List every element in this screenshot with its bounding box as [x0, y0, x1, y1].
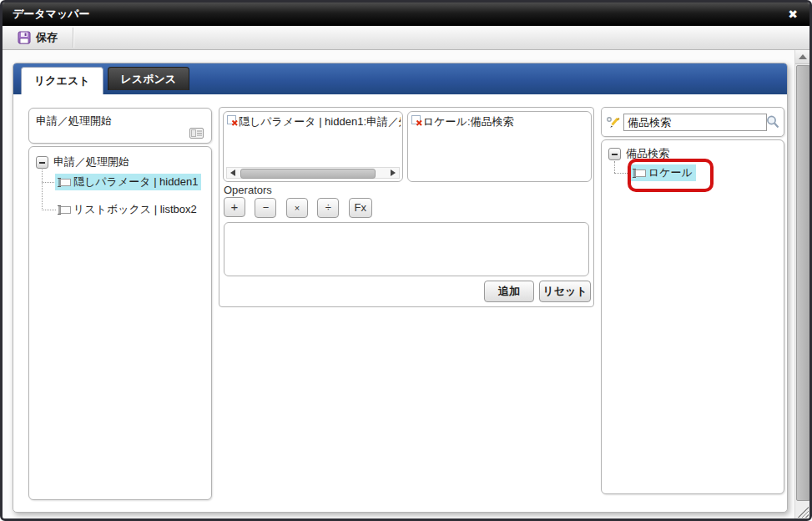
- source-tree-panel: 申請／処理開始 隠しパラメータ | hidden: [28, 146, 212, 500]
- tree-connector: [614, 161, 615, 173]
- source-tree-root[interactable]: 申請／処理開始: [53, 154, 129, 169]
- search-bar-box: [601, 107, 784, 137]
- plus-operator-button[interactable]: +: [224, 197, 245, 217]
- tree-node-locale[interactable]: ロケール: [630, 164, 696, 181]
- tab-response[interactable]: レスポンス: [108, 67, 190, 90]
- source-tree-root-label: 申請／処理開始: [53, 154, 129, 169]
- save-button-label: 保存: [36, 30, 58, 45]
- scroll-up-icon[interactable]: [795, 50, 809, 64]
- horizontal-scrollbar[interactable]: [226, 167, 400, 179]
- floppy-disk-icon: [18, 31, 31, 44]
- multiply-operator-button[interactable]: ×: [286, 198, 308, 218]
- mapping-source-box[interactable]: 隠しパラメータ | hidden1:申請／処理開始: [223, 111, 403, 182]
- mapper-panel: リクエスト レスポンス 申請／処理開始 申請／処理開始: [13, 63, 788, 513]
- tree-node-label: リストボックス | listbox2: [73, 202, 197, 217]
- reset-button[interactable]: リセット: [539, 281, 591, 302]
- scroll-right-icon[interactable]: [387, 168, 399, 178]
- source-form-header-box: 申請／処理開始: [28, 108, 212, 144]
- mapping-source-text: 隠しパラメータ | hidden1:申請／処理開始: [239, 114, 401, 129]
- target-tree-panel: 備品検索 ロケール: [601, 139, 784, 494]
- resize-grip-icon[interactable]: [796, 505, 809, 518]
- add-button[interactable]: 追加: [484, 281, 534, 302]
- vertical-scroll-thumb[interactable]: [796, 65, 810, 501]
- tab-bar: リクエスト レスポンス: [13, 63, 787, 94]
- pencil-edit-icon: [606, 115, 622, 129]
- expression-input[interactable]: [224, 222, 589, 276]
- function-operator-button[interactable]: Fx: [349, 198, 372, 218]
- tree-connector: [42, 210, 56, 210]
- window-title: データマッパー: [13, 7, 90, 22]
- title-bar: データマッパー ✖: [3, 3, 809, 26]
- mapping-container: 隠しパラメータ | hidden1:申請／処理開始: [219, 107, 594, 307]
- search-magnifier-icon[interactable]: [765, 114, 780, 129]
- save-button[interactable]: 保存: [11, 28, 64, 48]
- collapse-minus-icon[interactable]: [36, 156, 48, 169]
- target-tree-root-label: 備品検索: [626, 146, 669, 161]
- toolbar-divider: [73, 28, 73, 48]
- target-tree-root[interactable]: 備品検索: [626, 146, 669, 161]
- field-icon: [57, 205, 72, 215]
- operators-label: Operators: [224, 184, 272, 196]
- scroll-left-icon[interactable]: [227, 168, 239, 178]
- mapping-target-text: ロケール:備品検索: [423, 114, 514, 129]
- vertical-scrollbar[interactable]: [794, 50, 809, 518]
- operator-toolbar: + − × ÷ Fx: [224, 197, 378, 218]
- horizontal-scroll-thumb[interactable]: [240, 169, 376, 179]
- minus-operator-button[interactable]: −: [255, 198, 276, 218]
- tab-request[interactable]: リクエスト: [21, 67, 103, 94]
- remove-field-icon[interactable]: [411, 114, 423, 127]
- field-icon: [57, 177, 72, 188]
- mapping-target-box[interactable]: ロケール:備品検索: [407, 111, 592, 182]
- tree-node-label: 隠しパラメータ | hidden1: [73, 175, 198, 190]
- target-search-input[interactable]: [623, 114, 767, 131]
- field-icon: [632, 168, 647, 179]
- collapse-minus-icon[interactable]: [608, 148, 621, 160]
- tree-connector: [614, 173, 631, 174]
- tree-connector: [42, 169, 43, 210]
- close-icon[interactable]: ✖: [781, 3, 804, 26]
- content-area: リクエスト レスポンス 申請／処理開始 申請／処理開始: [3, 50, 809, 518]
- toolbar: 保存: [3, 26, 809, 50]
- tree-connector: [42, 182, 56, 183]
- divide-operator-button[interactable]: ÷: [317, 198, 339, 218]
- form-list-icon[interactable]: [189, 128, 204, 139]
- tree-node-label: ロケール: [648, 165, 693, 180]
- data-mapper-window: データマッパー ✖ 保存 リクエスト レスポンス: [0, 0, 812, 521]
- source-form-title: 申請／処理開始: [36, 114, 112, 129]
- remove-field-icon[interactable]: [226, 114, 239, 127]
- tree-node-listbox2[interactable]: リストボックス | listbox2: [55, 201, 200, 218]
- tree-node-hidden1[interactable]: 隠しパラメータ | hidden1: [55, 174, 201, 190]
